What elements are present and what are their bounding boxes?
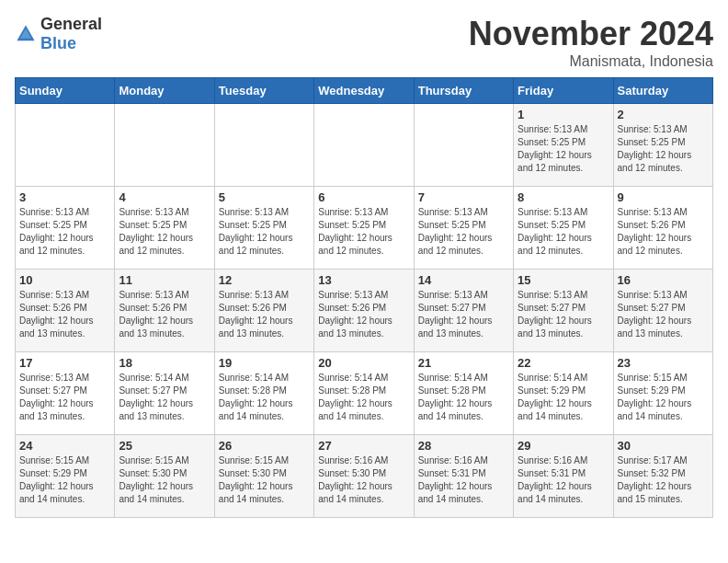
calendar-cell: 27Sunrise: 5:16 AM Sunset: 5:30 PM Dayli… [314, 435, 414, 518]
calendar-cell [214, 104, 313, 187]
day-of-week-header: Wednesday [314, 78, 414, 104]
calendar-cell: 24Sunrise: 5:15 AM Sunset: 5:29 PM Dayli… [16, 435, 115, 518]
day-number: 12 [219, 273, 310, 287]
day-number: 17 [19, 356, 110, 370]
calendar-cell: 26Sunrise: 5:15 AM Sunset: 5:30 PM Dayli… [214, 435, 313, 518]
calendar-cell: 28Sunrise: 5:16 AM Sunset: 5:31 PM Dayli… [414, 435, 513, 518]
calendar-cell: 12Sunrise: 5:13 AM Sunset: 5:26 PM Dayli… [214, 270, 313, 352]
title-area: November 2024 Manismata, Indonesia [469, 15, 713, 70]
calendar-cell: 14Sunrise: 5:13 AM Sunset: 5:27 PM Dayli… [414, 270, 513, 352]
day-number: 10 [19, 273, 110, 287]
calendar-cell: 11Sunrise: 5:13 AM Sunset: 5:26 PM Dayli… [115, 270, 214, 352]
calendar-cell: 23Sunrise: 5:15 AM Sunset: 5:29 PM Dayli… [613, 352, 712, 435]
calendar-cell: 15Sunrise: 5:13 AM Sunset: 5:27 PM Dayli… [514, 270, 613, 352]
calendar-cell: 22Sunrise: 5:14 AM Sunset: 5:29 PM Dayli… [514, 352, 613, 435]
calendar-cell: 10Sunrise: 5:13 AM Sunset: 5:26 PM Dayli… [16, 270, 115, 352]
day-number: 21 [418, 356, 509, 370]
calendar-week-row: 3Sunrise: 5:13 AM Sunset: 5:25 PM Daylig… [16, 187, 713, 270]
calendar-cell: 6Sunrise: 5:13 AM Sunset: 5:25 PM Daylig… [314, 187, 414, 270]
header: General Blue November 2024 Manismata, In… [15, 15, 713, 70]
day-number: 28 [418, 439, 509, 453]
calendar-cell [414, 104, 513, 187]
calendar-body: 1Sunrise: 5:13 AM Sunset: 5:25 PM Daylig… [16, 104, 713, 518]
day-info: Sunrise: 5:17 AM Sunset: 5:32 PM Dayligh… [618, 454, 709, 506]
day-number: 1 [518, 108, 609, 121]
day-of-week-header: Tuesday [214, 78, 313, 104]
logo-blue: Blue [40, 34, 76, 52]
day-info: Sunrise: 5:16 AM Sunset: 5:30 PM Dayligh… [318, 454, 409, 506]
day-info: Sunrise: 5:13 AM Sunset: 5:25 PM Dayligh… [618, 123, 709, 175]
calendar-cell [115, 104, 214, 187]
calendar-cell: 17Sunrise: 5:13 AM Sunset: 5:27 PM Dayli… [16, 352, 115, 435]
day-number: 13 [318, 273, 409, 287]
calendar-cell: 8Sunrise: 5:13 AM Sunset: 5:25 PM Daylig… [514, 187, 613, 270]
day-info: Sunrise: 5:13 AM Sunset: 5:27 PM Dayligh… [618, 289, 709, 340]
day-info: Sunrise: 5:15 AM Sunset: 5:29 PM Dayligh… [618, 372, 709, 423]
subtitle: Manismata, Indonesia [469, 53, 713, 70]
calendar-cell [314, 104, 414, 187]
day-info: Sunrise: 5:15 AM Sunset: 5:29 PM Dayligh… [19, 454, 110, 506]
calendar-cell: 19Sunrise: 5:14 AM Sunset: 5:28 PM Dayli… [214, 352, 313, 435]
day-number: 26 [219, 439, 310, 453]
calendar-week-row: 10Sunrise: 5:13 AM Sunset: 5:26 PM Dayli… [16, 270, 713, 352]
day-number: 2 [618, 108, 709, 121]
calendar-cell: 30Sunrise: 5:17 AM Sunset: 5:32 PM Dayli… [613, 435, 712, 518]
day-info: Sunrise: 5:14 AM Sunset: 5:28 PM Dayligh… [219, 372, 310, 423]
calendar-cell: 9Sunrise: 5:13 AM Sunset: 5:26 PM Daylig… [613, 187, 712, 270]
day-info: Sunrise: 5:13 AM Sunset: 5:26 PM Dayligh… [219, 289, 310, 340]
calendar-cell [16, 104, 115, 187]
day-info: Sunrise: 5:13 AM Sunset: 5:27 PM Dayligh… [418, 289, 509, 340]
calendar-table: SundayMondayTuesdayWednesdayThursdayFrid… [15, 77, 713, 518]
day-number: 9 [618, 190, 709, 204]
day-number: 18 [119, 356, 210, 370]
calendar-cell: 13Sunrise: 5:13 AM Sunset: 5:26 PM Dayli… [314, 270, 414, 352]
day-info: Sunrise: 5:14 AM Sunset: 5:28 PM Dayligh… [418, 372, 509, 423]
day-info: Sunrise: 5:14 AM Sunset: 5:28 PM Dayligh… [318, 372, 409, 423]
day-info: Sunrise: 5:13 AM Sunset: 5:26 PM Dayligh… [618, 206, 709, 258]
day-number: 23 [618, 356, 709, 370]
day-number: 14 [418, 273, 509, 287]
calendar-cell: 18Sunrise: 5:14 AM Sunset: 5:27 PM Dayli… [115, 352, 214, 435]
calendar-cell: 3Sunrise: 5:13 AM Sunset: 5:25 PM Daylig… [16, 187, 115, 270]
calendar-cell: 5Sunrise: 5:13 AM Sunset: 5:25 PM Daylig… [214, 187, 313, 270]
day-info: Sunrise: 5:13 AM Sunset: 5:26 PM Dayligh… [19, 289, 110, 340]
day-of-week-header: Thursday [414, 78, 513, 104]
day-number: 6 [318, 190, 409, 204]
day-info: Sunrise: 5:14 AM Sunset: 5:27 PM Dayligh… [119, 372, 210, 423]
day-info: Sunrise: 5:13 AM Sunset: 5:25 PM Dayligh… [518, 206, 609, 258]
calendar-cell: 21Sunrise: 5:14 AM Sunset: 5:28 PM Dayli… [414, 352, 513, 435]
day-info: Sunrise: 5:16 AM Sunset: 5:31 PM Dayligh… [518, 454, 609, 506]
day-of-week-header: Saturday [613, 78, 712, 104]
calendar-week-row: 1Sunrise: 5:13 AM Sunset: 5:25 PM Daylig… [16, 104, 713, 187]
day-info: Sunrise: 5:13 AM Sunset: 5:25 PM Dayligh… [219, 206, 310, 258]
day-info: Sunrise: 5:13 AM Sunset: 5:25 PM Dayligh… [19, 206, 110, 258]
day-info: Sunrise: 5:13 AM Sunset: 5:27 PM Dayligh… [19, 372, 110, 423]
day-number: 11 [119, 273, 210, 287]
calendar-cell: 29Sunrise: 5:16 AM Sunset: 5:31 PM Dayli… [514, 435, 613, 518]
calendar-header-row: SundayMondayTuesdayWednesdayThursdayFrid… [16, 78, 713, 104]
day-info: Sunrise: 5:13 AM Sunset: 5:25 PM Dayligh… [418, 206, 509, 258]
calendar-cell: 16Sunrise: 5:13 AM Sunset: 5:27 PM Dayli… [613, 270, 712, 352]
calendar-cell: 25Sunrise: 5:15 AM Sunset: 5:30 PM Dayli… [115, 435, 214, 518]
day-number: 22 [518, 356, 609, 370]
calendar-cell: 7Sunrise: 5:13 AM Sunset: 5:25 PM Daylig… [414, 187, 513, 270]
calendar-cell: 20Sunrise: 5:14 AM Sunset: 5:28 PM Dayli… [314, 352, 414, 435]
day-number: 29 [518, 439, 609, 453]
logo-general: General [40, 15, 102, 33]
day-number: 27 [318, 439, 409, 453]
calendar-cell: 4Sunrise: 5:13 AM Sunset: 5:25 PM Daylig… [115, 187, 214, 270]
day-info: Sunrise: 5:13 AM Sunset: 5:27 PM Dayligh… [518, 289, 609, 340]
calendar-week-row: 24Sunrise: 5:15 AM Sunset: 5:29 PM Dayli… [16, 435, 713, 518]
day-number: 25 [119, 439, 210, 453]
day-number: 3 [19, 190, 110, 204]
day-info: Sunrise: 5:15 AM Sunset: 5:30 PM Dayligh… [119, 454, 210, 506]
day-number: 20 [318, 356, 409, 370]
day-info: Sunrise: 5:14 AM Sunset: 5:29 PM Dayligh… [518, 372, 609, 423]
month-title: November 2024 [469, 15, 713, 53]
calendar-cell: 2Sunrise: 5:13 AM Sunset: 5:25 PM Daylig… [613, 104, 712, 187]
day-number: 16 [618, 273, 709, 287]
logo: General Blue [15, 15, 102, 53]
day-number: 4 [119, 190, 210, 204]
day-info: Sunrise: 5:13 AM Sunset: 5:25 PM Dayligh… [518, 123, 609, 175]
day-info: Sunrise: 5:15 AM Sunset: 5:30 PM Dayligh… [219, 454, 310, 506]
